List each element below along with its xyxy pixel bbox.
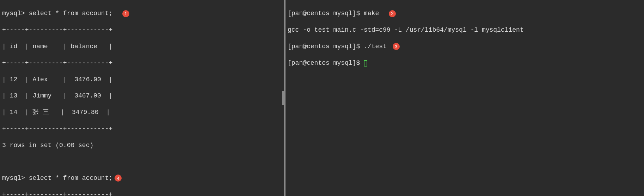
table-border: +-----+---------+-----------+ [2, 191, 282, 196]
gcc-output: gcc -o test main.c -std=c99 -L /usr/lib6… [288, 26, 642, 34]
terminal-cursor [364, 60, 367, 67]
table-border: +-----+---------+-----------+ [2, 59, 282, 67]
sql-query: select * from account; [29, 175, 113, 182]
annotation-badge-3: 3 [393, 43, 400, 50]
result-footer: 3 rows in set (0.00 sec) [2, 141, 282, 150]
annotation-badge-2: 2 [389, 10, 396, 17]
shell-terminal-pane[interactable]: [pan@centos mysql]$ make 2 gcc -o test m… [286, 0, 644, 196]
table-row: | 13 | Jimmy | 3467.90 | [2, 92, 282, 100]
mysql-prompt: mysql> [2, 10, 29, 17]
table-header: | id | name | balance | [2, 43, 282, 51]
sql-query: select * from account; [29, 10, 113, 17]
table-border: +-----+---------+-----------+ [2, 26, 282, 34]
table-row: | 12 | Alex | 3476.90 | [2, 76, 282, 84]
mysql-terminal-pane[interactable]: mysql> select * from account; 1 +-----+-… [0, 0, 286, 196]
table-border: +-----+---------+-----------+ [2, 125, 282, 133]
annotation-badge-1: 1 [122, 10, 129, 17]
pane-divider-handle[interactable] [282, 91, 285, 105]
shell-prompt: [pan@centos mysql]$ [288, 59, 364, 67]
shell-prompt: [pan@centos mysql]$ [288, 43, 364, 50]
mysql-prompt: mysql> [2, 175, 29, 182]
table-row: | 14 | 张 三 | 3479.80 | [2, 108, 282, 116]
shell-command: make [364, 10, 379, 17]
shell-prompt: [pan@centos mysql]$ [288, 10, 364, 17]
shell-command: ./test [364, 43, 387, 50]
annotation-badge-4: 4 [115, 175, 122, 182]
